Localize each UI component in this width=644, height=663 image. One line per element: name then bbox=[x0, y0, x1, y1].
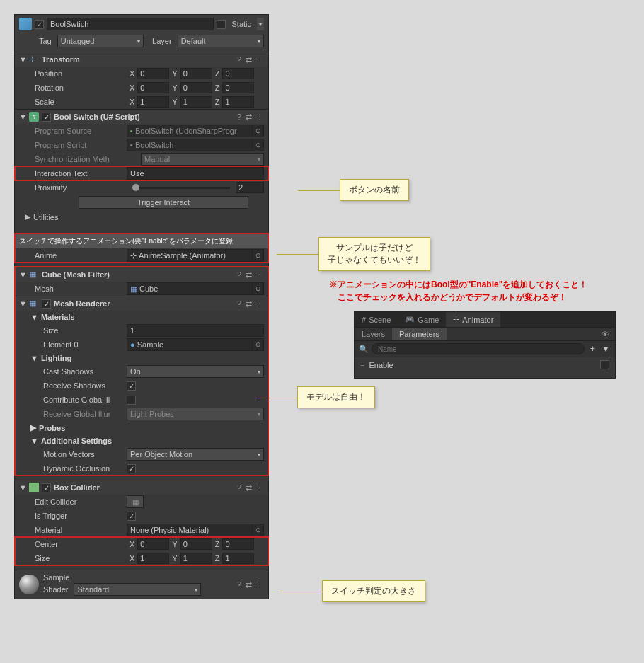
mesh-field[interactable]: ▦ Cube bbox=[127, 282, 253, 295]
renderer-enable-checkbox[interactable] bbox=[42, 299, 51, 309]
object-picker[interactable] bbox=[253, 282, 264, 295]
param-enable-checkbox[interactable] bbox=[600, 360, 609, 369]
static-dropdown[interactable] bbox=[257, 18, 264, 30]
box-collider-header[interactable]: ▼ Box Collider ?⇄⋮ bbox=[15, 480, 268, 495]
subtab-parameters[interactable]: Parameters bbox=[392, 328, 447, 340]
size-y[interactable] bbox=[180, 553, 212, 564]
center-x[interactable] bbox=[137, 538, 169, 550]
subtab-layers[interactable]: Layers bbox=[355, 328, 392, 340]
object-picker[interactable] bbox=[253, 524, 264, 536]
menu-icon[interactable]: ⋮ bbox=[256, 483, 264, 492]
object-picker[interactable] bbox=[253, 125, 264, 137]
motion-vectors-dropdown[interactable]: Per Object Motion bbox=[127, 448, 264, 461]
mesh-renderer-header[interactable]: ▼ ▦ Mesh Renderer ?⇄⋮ bbox=[15, 296, 268, 311]
help-icon[interactable]: ? bbox=[237, 483, 241, 492]
menu-icon[interactable]: ⋮ bbox=[256, 113, 264, 122]
scale-x[interactable] bbox=[137, 96, 169, 108]
parameter-type-dropdown[interactable]: ▾ bbox=[601, 344, 611, 354]
eye-icon[interactable]: 👁 bbox=[596, 328, 615, 340]
proximity-value[interactable] bbox=[236, 182, 264, 193]
menu-icon[interactable]: ⋮ bbox=[256, 299, 264, 309]
script-header[interactable]: ▼ # Bool Switch (U# Script) ? ⇄ ⋮ bbox=[15, 109, 268, 124]
program-source-field: ▪ BoolSwitch (UdonSharpProgr bbox=[127, 125, 253, 137]
mesh-filter-header[interactable]: ▼ ▦ Cube (Mesh Filter) ?⇄⋮ bbox=[15, 267, 268, 282]
tab-scene[interactable]: #Scene bbox=[355, 312, 398, 327]
add-parameter-button[interactable]: + bbox=[587, 344, 598, 354]
object-picker[interactable] bbox=[253, 249, 264, 262]
preset-icon[interactable]: ⇄ bbox=[246, 270, 252, 279]
center-z[interactable] bbox=[222, 538, 254, 550]
foldout-icon[interactable]: ▼ bbox=[19, 299, 26, 308]
preset-icon[interactable]: ⇄ bbox=[246, 580, 252, 589]
animator-subtabs: Layers Parameters 👁 bbox=[355, 328, 615, 341]
utilities-foldout[interactable]: ▶Utilities bbox=[15, 210, 268, 224]
parameter-search-input[interactable] bbox=[372, 343, 585, 354]
sync-method-row: Synchronization Meth Manual bbox=[15, 152, 268, 166]
foldout-icon[interactable]: ▼ bbox=[19, 483, 26, 492]
center-y[interactable] bbox=[180, 538, 212, 550]
additional-foldout[interactable]: ▼Additional Settings bbox=[15, 434, 268, 447]
shader-dropdown[interactable]: Standard bbox=[74, 583, 201, 596]
position-y[interactable] bbox=[180, 68, 212, 79]
help-icon[interactable]: ? bbox=[237, 580, 241, 589]
scale-y[interactable] bbox=[180, 96, 212, 108]
help-icon[interactable]: ? bbox=[237, 270, 241, 279]
tag-dropdown[interactable]: Untagged bbox=[57, 35, 144, 47]
script-enable-checkbox[interactable] bbox=[42, 113, 51, 122]
menu-icon[interactable]: ⋮ bbox=[256, 55, 264, 64]
preset-icon[interactable]: ⇄ bbox=[246, 483, 252, 492]
param-enable-row[interactable]: ≡ Enable bbox=[355, 357, 615, 372]
help-icon[interactable]: ? bbox=[237, 113, 241, 122]
preset-icon[interactable]: ⇄ bbox=[246, 55, 252, 64]
proximity-slider[interactable] bbox=[132, 187, 230, 189]
material-preview[interactable]: Sample Shader Standard ?⇄⋮ bbox=[15, 570, 268, 599]
preset-icon[interactable]: ⇄ bbox=[246, 299, 252, 309]
rotation-y[interactable] bbox=[180, 82, 212, 93]
rotation-x[interactable] bbox=[137, 82, 169, 93]
element0-field[interactable]: ● Sample bbox=[127, 338, 253, 351]
tab-game[interactable]: 🎮Game bbox=[398, 312, 446, 327]
menu-icon[interactable]: ⋮ bbox=[256, 580, 264, 589]
menu-icon[interactable]: ⋮ bbox=[256, 270, 264, 279]
materials-foldout[interactable]: ▼Materials bbox=[15, 311, 268, 323]
object-picker[interactable] bbox=[253, 338, 264, 351]
drag-handle-icon[interactable]: ≡ bbox=[360, 361, 364, 369]
materials-size-input[interactable] bbox=[127, 324, 264, 337]
size-z[interactable] bbox=[222, 553, 254, 564]
foldout-icon[interactable]: ▼ bbox=[19, 55, 26, 64]
anime-field[interactable]: ⊹ AnimeSample (Animator) bbox=[127, 249, 253, 262]
position-x[interactable] bbox=[137, 68, 169, 79]
interaction-text-input[interactable] bbox=[127, 167, 264, 180]
help-icon[interactable]: ? bbox=[237, 55, 241, 64]
help-icon[interactable]: ? bbox=[237, 299, 241, 309]
is-trigger-checkbox[interactable] bbox=[127, 512, 136, 521]
trigger-interact-button[interactable]: Trigger Interact bbox=[79, 196, 248, 209]
edit-collider-button[interactable]: ▦ bbox=[127, 495, 144, 508]
contribute-gi-checkbox[interactable] bbox=[127, 396, 136, 405]
cast-shadows-dropdown[interactable]: On bbox=[127, 365, 264, 378]
transform-header[interactable]: ▼ ⊹ Transform ? ⇄ ⋮ bbox=[15, 52, 268, 67]
receive-shadows-checkbox[interactable] bbox=[127, 381, 136, 391]
rotation-z[interactable] bbox=[222, 82, 254, 93]
position-z[interactable] bbox=[222, 68, 254, 79]
active-checkbox[interactable] bbox=[35, 20, 44, 29]
size-x[interactable] bbox=[137, 553, 169, 564]
material-name: Sample bbox=[43, 573, 233, 582]
static-checkbox[interactable] bbox=[217, 20, 226, 29]
sync-dropdown[interactable]: Manual bbox=[141, 153, 264, 166]
mesh-renderer-title: Mesh Renderer bbox=[54, 299, 234, 308]
foldout-icon[interactable]: ▼ bbox=[19, 113, 26, 121]
collider-material-field[interactable]: None (Physic Material) bbox=[127, 524, 253, 536]
preset-icon[interactable]: ⇄ bbox=[246, 113, 252, 122]
scale-z[interactable] bbox=[222, 96, 254, 108]
probes-foldout[interactable]: ▶Probes bbox=[15, 421, 268, 434]
tag-label: Tag bbox=[39, 37, 52, 45]
object-picker[interactable] bbox=[253, 139, 264, 151]
gameobject-name-input[interactable] bbox=[47, 18, 214, 30]
collider-enable-checkbox[interactable] bbox=[42, 483, 51, 492]
tab-animator[interactable]: ⊹Animator bbox=[446, 312, 500, 327]
foldout-icon[interactable]: ▼ bbox=[19, 270, 26, 279]
layer-dropdown[interactable]: Default bbox=[178, 35, 264, 47]
dynamic-occlusion-checkbox[interactable] bbox=[127, 464, 136, 473]
lighting-foldout[interactable]: ▼Lighting bbox=[15, 352, 268, 364]
